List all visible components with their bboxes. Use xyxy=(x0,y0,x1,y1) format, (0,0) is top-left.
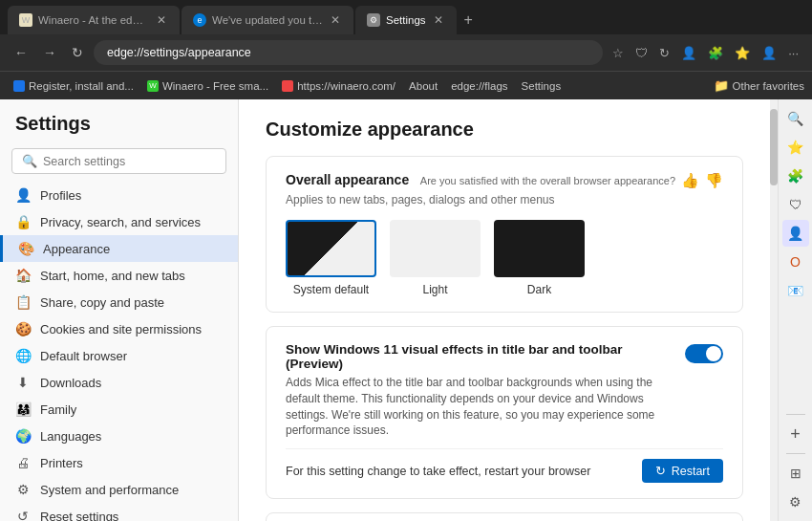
system-icon: ⚙ xyxy=(15,482,31,497)
right-sidebar: 🔍 ⭐ 🧩 🛡 👤 O 📧 + ⊞ ⚙ xyxy=(778,99,812,521)
profile-icon[interactable]: 👤 xyxy=(758,44,780,62)
sidebar-item-share-label: Share, copy and paste xyxy=(40,295,164,310)
rs-favorites-button[interactable]: ⭐ xyxy=(782,134,809,161)
sidebar-item-reset[interactable]: ↺ Reset settings xyxy=(0,503,238,521)
sidebar-item-profiles-label: Profiles xyxy=(40,188,81,203)
mica-restart-button[interactable]: ↻ Restart xyxy=(642,459,723,483)
bookmark-register[interactable]: Register, install and... xyxy=(8,78,139,94)
scrollbar-thumb[interactable] xyxy=(770,109,778,185)
sidebar-item-printers[interactable]: 🖨 Printers xyxy=(0,449,238,476)
restart-icon: ↻ xyxy=(655,464,666,478)
rs-expand-button[interactable]: ⊞ xyxy=(782,460,809,487)
theme-preview-dark[interactable] xyxy=(494,220,585,277)
sidebar-item-languages[interactable]: 🌍 Languages xyxy=(0,423,238,449)
share-icon: 📋 xyxy=(15,294,31,310)
rs-search-button[interactable]: 🔍 xyxy=(782,105,809,132)
rs-office-button[interactable]: O xyxy=(782,249,809,275)
rs-history-button[interactable]: 🛡 xyxy=(782,191,809,218)
sidebar-item-profiles[interactable]: 👤 Profiles xyxy=(0,182,238,208)
overall-appearance-desc: Applies to new tabs, pages, dialogs and … xyxy=(286,193,572,206)
mica-slider xyxy=(685,344,723,363)
sidebar-item-system[interactable]: ⚙ System and performance xyxy=(0,476,238,503)
rs-collections-button[interactable]: 🧩 xyxy=(782,163,809,189)
bookmark-settings[interactable]: Settings xyxy=(516,78,567,94)
theme-option-light[interactable]: Light xyxy=(390,220,481,296)
mica-restart-text: For this setting change to take effect, … xyxy=(286,465,590,478)
favorites-icon[interactable]: ☆ xyxy=(609,44,628,62)
bookmark-about-label: About xyxy=(409,80,438,92)
bookmarks-bar: Register, install and... W Winaero - Fre… xyxy=(0,71,812,99)
sidebar-item-cookies[interactable]: 🍪 Cookies and site permissions xyxy=(0,315,238,342)
mica-restart-label: Restart xyxy=(672,465,710,478)
address-bar-icons: ☆ 🛡 ↻ 👤 🧩 ⭐ 👤 ··· xyxy=(609,44,802,62)
mica-text: Show Windows 11 visual effects in title … xyxy=(286,342,672,439)
bookmark-winaero[interactable]: W Winaero - Free sma... xyxy=(141,78,274,94)
other-favorites[interactable]: 📁 Other favorites xyxy=(714,78,804,93)
downloads-icon: ⬇ xyxy=(15,375,31,390)
bookmark-winaero-label: Winaero - Free sma... xyxy=(162,80,268,92)
mica-restart-row: For this setting change to take effect, … xyxy=(286,448,723,483)
rs-add-button[interactable]: + xyxy=(782,421,809,447)
mica-toggle[interactable] xyxy=(685,344,723,363)
tab-edge-update[interactable]: e We've updated you to the lates... ✕ xyxy=(182,6,353,34)
scrollbar-track[interactable] xyxy=(770,99,778,521)
bookmark-url[interactable]: https://winaero.com/ xyxy=(276,78,401,94)
sidebar-item-downloads[interactable]: ⬇ Downloads xyxy=(0,369,238,396)
refresh-button[interactable]: ↻ xyxy=(67,42,88,63)
sidebar-item-default-browser[interactable]: 🌐 Default browser xyxy=(0,342,238,369)
theme-preview-system[interactable] xyxy=(286,220,376,277)
tab-settings[interactable]: ⚙ Settings ✕ xyxy=(355,6,457,34)
search-box: 🔍 xyxy=(11,148,226,174)
extensions-icon[interactable]: 🧩 xyxy=(704,44,727,62)
sidebar-item-start-home[interactable]: 🏠 Start, home, and new tabs xyxy=(0,262,238,289)
overall-appearance-card: Overall appearance Are you satisfied wit… xyxy=(266,156,743,313)
languages-icon: 🌍 xyxy=(15,428,31,444)
address-bar: ← → ↻ ☆ 🛡 ↻ 👤 🧩 ⭐ 👤 ··· xyxy=(0,34,812,71)
sidebar-item-family[interactable]: 👨‍👩‍👧 Family xyxy=(0,396,238,423)
rs-tools-button[interactable]: 👤 xyxy=(782,220,809,247)
rs-outlook-button[interactable]: 📧 xyxy=(782,277,809,304)
search-input[interactable] xyxy=(43,155,216,168)
content-area: Customize appearance Overall appearance … xyxy=(239,99,770,521)
tab-close-winaero[interactable]: ✕ xyxy=(155,11,168,29)
sidebar-item-appearance[interactable]: 🎨 Appearance xyxy=(0,235,238,262)
cookies-icon: 🍪 xyxy=(15,321,31,336)
sidebar-item-privacy-label: Privacy, search, and services xyxy=(40,215,201,229)
search-icon: 🔍 xyxy=(22,154,37,168)
thumbs-down-icon[interactable]: 👎 xyxy=(705,172,723,189)
more-icon[interactable]: ··· xyxy=(784,44,802,62)
theme-label-light: Light xyxy=(422,283,447,296)
bookmark-about[interactable]: About xyxy=(403,78,443,94)
sidebar-item-start-home-label: Start, home, and new tabs xyxy=(40,269,185,283)
bookmark-flags[interactable]: edge://flags xyxy=(445,78,513,94)
tab-close-settings[interactable]: ✕ xyxy=(432,11,445,29)
forward-button[interactable]: → xyxy=(38,42,61,63)
collection-icon[interactable]: ⭐ xyxy=(731,44,754,62)
tab-winaero[interactable]: W Winaero - At the edge of tweak... ✕ xyxy=(8,6,180,34)
mica-effect-card: Show Windows 11 visual effects in title … xyxy=(266,326,743,499)
thumbs-up-icon[interactable]: 👍 xyxy=(681,172,699,189)
appearance-icon: 🎨 xyxy=(18,241,33,256)
tab-close-edge[interactable]: ✕ xyxy=(329,11,342,29)
start-home-icon: 🏠 xyxy=(15,268,31,283)
rs-gear-button[interactable]: ⚙ xyxy=(782,488,809,515)
tab-bar: W Winaero - At the edge of tweak... ✕ e … xyxy=(0,0,812,34)
bookmark-flags-label: edge://flags xyxy=(451,80,507,92)
sidebar-item-languages-label: Languages xyxy=(40,429,101,444)
address-input[interactable] xyxy=(94,40,603,65)
back-button[interactable]: ← xyxy=(10,42,32,63)
bookmark-url-label: https://winaero.com/ xyxy=(297,80,395,92)
other-favorites-label: Other favorites xyxy=(733,80,804,92)
family-icon: 👨‍👩‍👧 xyxy=(15,402,31,417)
sidebar-item-privacy[interactable]: 🔒 Privacy, search, and services xyxy=(0,208,238,235)
account-icon[interactable]: 👤 xyxy=(677,44,700,62)
theme-option-system[interactable]: System default xyxy=(286,220,376,296)
tab-winaero-label: Winaero - At the edge of tweak... xyxy=(38,14,149,26)
refresh-icon2[interactable]: ↻ xyxy=(655,44,673,62)
theme-preview-light[interactable] xyxy=(390,220,481,277)
new-tab-button[interactable]: + xyxy=(459,11,479,29)
bookmark-settings-bm-label: Settings xyxy=(522,80,562,92)
theme-option-dark[interactable]: Dark xyxy=(494,220,585,296)
sidebar-item-share[interactable]: 📋 Share, copy and paste xyxy=(0,289,238,315)
shield-icon[interactable]: 🛡 xyxy=(631,44,652,62)
